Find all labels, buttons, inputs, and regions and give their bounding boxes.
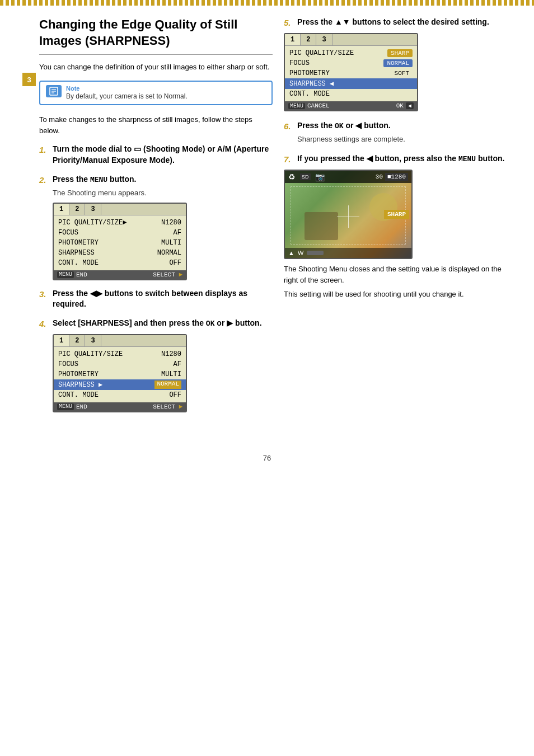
vf-bottom: ▲ W	[285, 248, 411, 258]
note-label: Note	[66, 85, 188, 92]
step-5-number: 5.	[284, 17, 295, 29]
menu-row-sharp: SHARPNESS NORMAL	[54, 248, 186, 258]
step-7-number: 7.	[284, 153, 295, 165]
vf-focus-cross	[337, 205, 359, 228]
vf-counter-prefix: 30	[376, 173, 383, 180]
menu-row5-photo: PHOTOMETRY SOFT	[285, 68, 417, 78]
step-7-title: If you pressed the ◀ button, press also …	[297, 153, 504, 165]
menu-tabs-5: 1 2 3	[285, 34, 417, 46]
menu-row4-focus: FOCUS AF	[54, 359, 186, 369]
step-5: 5. Press the ▲▼ buttons to select the de…	[284, 17, 517, 111]
menu-bottom-2: MENU END SELECT ►	[54, 270, 186, 279]
step-1-title: Turn the mode dial to ▭ (Shooting Mode) …	[53, 144, 273, 166]
menu-tab-4-2: 2	[69, 335, 85, 346]
menu-tab-4-3: 3	[85, 335, 101, 346]
step-2-title: Press the MENU button.	[53, 174, 136, 185]
step-5-title: Press the ▲▼ buttons to select the desir…	[297, 17, 489, 28]
step-1-number: 1.	[39, 144, 50, 156]
menu-tab-5-1: 1	[285, 34, 301, 45]
vf-zoom-bar	[307, 251, 324, 255]
step-5-header: 5. Press the ▲▼ buttons to select the de…	[284, 17, 517, 29]
vf-camera-icon: 📷	[315, 172, 325, 181]
menu-row5-focus: FOCUS NORMAL	[285, 58, 417, 68]
note-icon	[46, 85, 62, 97]
vf-wheel-icon: ♻	[288, 172, 296, 181]
vf-top-bar: ♻ SD 📷 30 ■1280	[285, 171, 411, 183]
step-2-subtitle: The Shooting menu appears.	[53, 188, 273, 198]
menu-rows-2: PIC QUALITY/SIZE► N1280 FOCUS AF PHOTOME…	[54, 215, 186, 270]
menu-row5-cont: CONT. MODE	[285, 89, 417, 99]
menu-tab-5-3: 3	[316, 34, 332, 45]
step-1: 1. Turn the mode dial to ▭ (Shooting Mod…	[39, 144, 273, 166]
step-7-body1: The Shooting Menu closes and the setting…	[284, 264, 517, 285]
menu-row4-photo: PHOTOMETRY MULTI	[54, 369, 186, 379]
viewfinder: ♻ SD 📷 30 ■1280	[284, 170, 413, 259]
step-2-number: 2.	[39, 174, 50, 186]
menu-row4-sharp-highlighted: SHARPNESS ▶ NORMAL	[54, 379, 186, 390]
menu-tabs-4: 1 2 3	[54, 335, 186, 347]
menu-rows-4: PIC QUALITY/SIZE N1280 FOCUS AF PHOTOMET…	[54, 347, 186, 402]
top-border	[0, 0, 534, 6]
step-2: 2. Press the MENU button. The Shooting m…	[39, 174, 273, 280]
menu-bottom-4: MENU END SELECT ►	[54, 402, 186, 411]
menu-rows-5: PIC QUALITY/SIZE SHARP FOCUS NORMAL PHOT…	[285, 46, 417, 101]
step-3: 3. Press the ◀▶ buttons to switch betwee…	[39, 288, 273, 310]
menu-tab-4-1: 1	[54, 335, 69, 346]
step-3-title: Press the ◀▶ buttons to switch between d…	[53, 288, 273, 310]
vf-bottom-icon2: W	[298, 250, 303, 256]
menu-tab-5-2: 2	[301, 34, 316, 45]
pre-steps-text: To make changes to the sharpness of stil…	[39, 114, 273, 136]
menu-screen-step5: 1 2 3 PIC QUALITY/SIZE SHARP FOCUS NORMA…	[284, 33, 418, 111]
menu-row5-sharp-hl: SHARPNESS ◀	[285, 78, 417, 89]
step-3-number: 3.	[39, 288, 50, 300]
menu-row-focus: FOCUS AF	[54, 228, 186, 238]
menu-row5-pic: PIC QUALITY/SIZE SHARP	[285, 48, 417, 58]
menu-bottom-left: MENU END	[57, 271, 87, 278]
step-4: 4. Select [SHARPNESS] and then press the…	[39, 318, 273, 412]
step-4-header: 4. Select [SHARPNESS] and then press the…	[39, 318, 273, 330]
menu-row4-pic: PIC QUALITY/SIZE N1280	[54, 349, 186, 359]
vf-bottom-icon1: ▲	[288, 250, 294, 256]
page-number: 76	[0, 454, 534, 462]
vf-sharp-badge: SHARP	[384, 210, 409, 219]
step-6-title: Press the OK or ◀ button.	[297, 120, 391, 132]
step-6-number: 6.	[284, 120, 295, 132]
menu-screen-step4: 1 2 3 PIC QUALITY/SIZE N1280 FOCUS AF	[53, 334, 187, 412]
intro-text: You can change the definition of your st…	[39, 62, 273, 73]
menu-tab-2: 2	[69, 204, 85, 215]
menu-cancel-bar: MENU CANCEL OK ◀	[285, 101, 417, 110]
step-6-subtitle: Sharpness settings are complete.	[297, 134, 517, 144]
step-2-header: 2. Press the MENU button.	[39, 174, 273, 186]
step-4-title: Select [SHARPNESS] and then press the OK…	[53, 318, 262, 329]
vf-counter-box: ■1280	[385, 173, 408, 181]
menu-row-cont: CONT. MODE OFF	[54, 258, 186, 268]
menu-row4-cont: CONT. MODE OFF	[54, 390, 186, 400]
step-3-header: 3. Press the ◀▶ buttons to switch betwee…	[39, 288, 273, 310]
note-text: By default, your camera is set to Normal…	[66, 92, 188, 101]
menu-row-pic: PIC QUALITY/SIZE► N1280	[54, 218, 186, 228]
page-title: Changing the Edge Quality of Still Image…	[39, 17, 273, 55]
left-margin: 3	[22, 17, 39, 420]
menu-tab-1: 1	[54, 204, 69, 215]
chapter-number: 3	[22, 73, 36, 86]
menu-row-photo: PHOTOMETRY MULTI	[54, 238, 186, 248]
note-box: Note By default, your camera is set to N…	[39, 81, 273, 106]
left-column: Changing the Edge Quality of Still Image…	[39, 17, 273, 420]
step-7-body2: This setting will be used for shooting u…	[284, 289, 517, 300]
step-7-header: 7. If you pressed the ◀ button, press al…	[284, 153, 517, 165]
menu-tabs-2: 1 2 3	[54, 204, 186, 215]
step-6-header: 6. Press the OK or ◀ button.	[284, 120, 517, 132]
menu-screen-step2: 1 2 3 PIC QUALITY/SIZE► N1280 FOCUS AF	[53, 203, 187, 280]
step-7: 7. If you pressed the ◀ button, press al…	[284, 153, 517, 300]
note-content: Note By default, your camera is set to N…	[66, 85, 188, 101]
step-4-number: 4.	[39, 318, 50, 330]
menu-tab-3: 3	[85, 204, 101, 215]
step-6: 6. Press the OK or ◀ button. Sharpness s…	[284, 120, 517, 144]
vf-sd-badge: SD	[300, 173, 311, 180]
right-column: 5. Press the ▲▼ buttons to select the de…	[284, 17, 517, 420]
step-1-header: 1. Turn the mode dial to ▭ (Shooting Mod…	[39, 144, 273, 166]
